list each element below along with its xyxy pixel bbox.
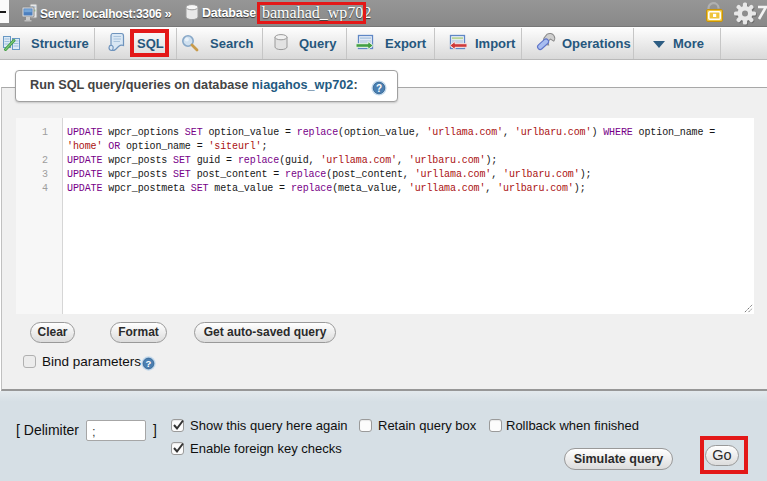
svg-text:?: ? <box>376 83 382 94</box>
svg-text:?: ? <box>146 358 152 369</box>
